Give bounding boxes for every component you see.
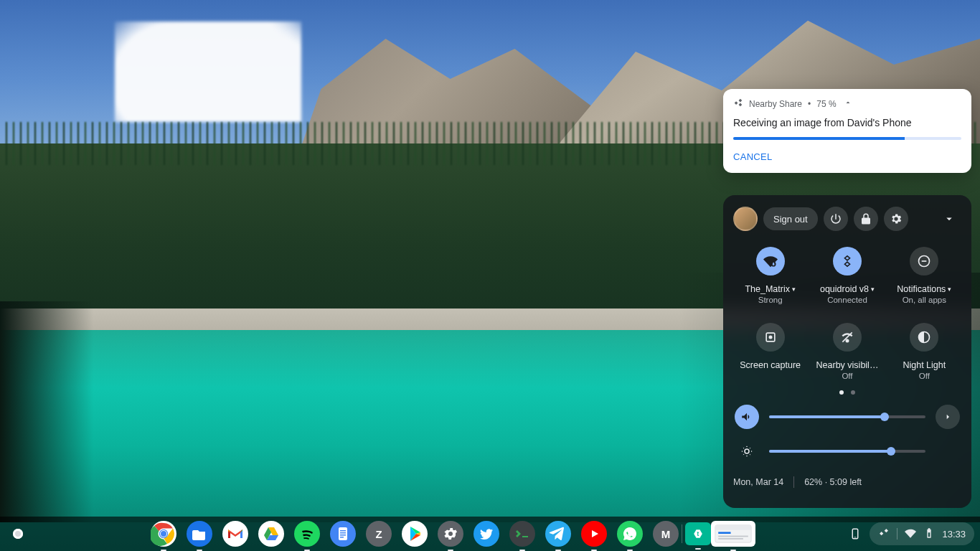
svg-rect-32 (718, 532, 730, 534)
bluetooth-tile-label: oquidroid v8 (820, 284, 869, 294)
shelf-app-gmail[interactable] (222, 521, 248, 547)
notification-app-name: Nearby Share (749, 99, 802, 109)
page-indicator (733, 390, 961, 395)
bluetooth-tile-status: Connected (827, 296, 867, 304)
night-light-tile-status: Off (919, 372, 930, 380)
brightness-slider[interactable] (769, 450, 925, 453)
svg-rect-18 (340, 530, 346, 532)
shelf-app-telegram[interactable] (545, 521, 571, 547)
power-button[interactable] (824, 207, 848, 231)
wifi-tray-icon (905, 527, 916, 541)
chevron-down-icon[interactable]: ▾ (948, 286, 951, 293)
svg-point-25 (510, 522, 534, 546)
cancel-button[interactable]: CANCEL (733, 151, 773, 162)
shelf-app-files[interactable] (187, 521, 212, 547)
svg-rect-36 (854, 537, 857, 538)
chevron-down-icon[interactable]: ▾ (871, 286, 875, 293)
shelf-app-chrome[interactable] (151, 521, 176, 547)
wifi-tile-label: The_Matrix (745, 284, 790, 294)
volume-slider[interactable] (769, 415, 925, 418)
notifications-tile[interactable]: Notifications▾On, all apps (887, 247, 961, 304)
volume-icon[interactable] (735, 405, 759, 429)
launcher-button[interactable] (6, 522, 30, 546)
wifi-tile[interactable]: The_Matrix▾Strong (733, 247, 807, 304)
shelf-app-window[interactable] (711, 521, 755, 547)
svg-rect-31 (715, 525, 751, 530)
shelf-app-play[interactable] (402, 521, 428, 547)
nearby-visibility-tile-label: Nearby visibil… (816, 360, 879, 370)
nearby-visibility-tile[interactable]: Nearby visibil…Off (810, 323, 884, 380)
notification-title: Receiving an image from David's Phone (733, 117, 961, 128)
wifi-tile-status: Strong (758, 296, 783, 304)
phone-hub-button[interactable] (845, 524, 865, 544)
screen-capture-tile-label: Screen capture (740, 360, 801, 370)
nearby-share-icon (733, 98, 743, 110)
shelf-app-whatsapp[interactable] (617, 521, 643, 547)
battery-tray-icon (923, 527, 935, 541)
svg-point-23 (438, 522, 463, 546)
shelf-app-terminal[interactable] (509, 521, 535, 547)
notification-progress-text: 75 % (816, 99, 836, 109)
nearby-visibility-tile-status: Off (842, 372, 852, 380)
notifications-tile-label: Notifications (897, 284, 946, 294)
svg-rect-33 (718, 536, 748, 537)
quick-settings-panel: Sign out The_Matrix▾Strongoquidroid v8▾C… (723, 195, 971, 508)
settings-button[interactable] (884, 207, 908, 231)
svg-point-11 (161, 531, 166, 537)
collapse-panel-button[interactable] (937, 207, 961, 231)
svg-point-14 (259, 522, 283, 546)
shelf-app-twitter[interactable] (473, 521, 499, 547)
svg-rect-17 (339, 527, 347, 540)
bluetooth-tile[interactable]: oquidroid v8▾Connected (810, 247, 884, 304)
brightness-icon[interactable] (735, 439, 759, 463)
clock-text: 13:33 (942, 529, 966, 540)
svg-rect-21 (340, 537, 344, 538)
nearby-tray-icon (878, 527, 890, 541)
svg-rect-2 (922, 260, 927, 262)
shelf: ZM t 13:33 (0, 517, 980, 551)
svg-rect-20 (340, 534, 346, 536)
svg-point-15 (295, 522, 319, 546)
shelf-app-spotify[interactable] (294, 521, 320, 547)
progress-bar (733, 137, 961, 140)
status-tray[interactable]: 13:33 (870, 522, 974, 545)
screen-capture-tile-toggle[interactable] (756, 323, 785, 352)
notifications-tile-toggle[interactable] (910, 247, 938, 276)
shelf-app-drive[interactable] (258, 521, 284, 547)
shelf-app-docs[interactable] (330, 521, 356, 547)
shelf-app-m[interactable]: M (653, 521, 679, 547)
battery-text: 62% · 5:09 left (804, 477, 862, 487)
notifications-tile-status: On, all apps (903, 296, 946, 304)
svg-text:t: t (697, 530, 699, 537)
shelf-app-z[interactable]: Z (366, 521, 392, 547)
night-light-tile[interactable]: Night LightOff (887, 323, 961, 380)
date-text: Mon, Mar 14 (733, 477, 783, 487)
night-light-tile-toggle[interactable] (910, 323, 938, 352)
collapse-icon[interactable] (844, 98, 852, 109)
night-light-tile-label: Night Light (903, 360, 946, 370)
nearby-visibility-tile-toggle[interactable] (833, 323, 862, 352)
lock-button[interactable] (854, 207, 878, 231)
shelf-app-settings[interactable] (438, 521, 463, 547)
wifi-tile-toggle[interactable] (756, 247, 785, 276)
shelf-app-youtube[interactable] (581, 521, 607, 547)
audio-settings-button[interactable] (936, 405, 960, 429)
svg-point-4 (768, 336, 772, 339)
chevron-down-icon[interactable]: ▾ (792, 286, 796, 293)
nearby-share-notification[interactable]: Nearby Share • 75 % Receiving an image f… (723, 89, 971, 173)
screen-capture-tile[interactable]: Screen capture (733, 323, 807, 380)
shelf-app-t[interactable]: t (685, 522, 711, 545)
svg-rect-34 (718, 538, 743, 540)
avatar[interactable] (733, 207, 758, 231)
bluetooth-tile-toggle[interactable] (833, 247, 862, 276)
svg-rect-19 (340, 532, 346, 534)
svg-point-13 (223, 522, 248, 546)
sign-out-button[interactable]: Sign out (763, 207, 818, 230)
